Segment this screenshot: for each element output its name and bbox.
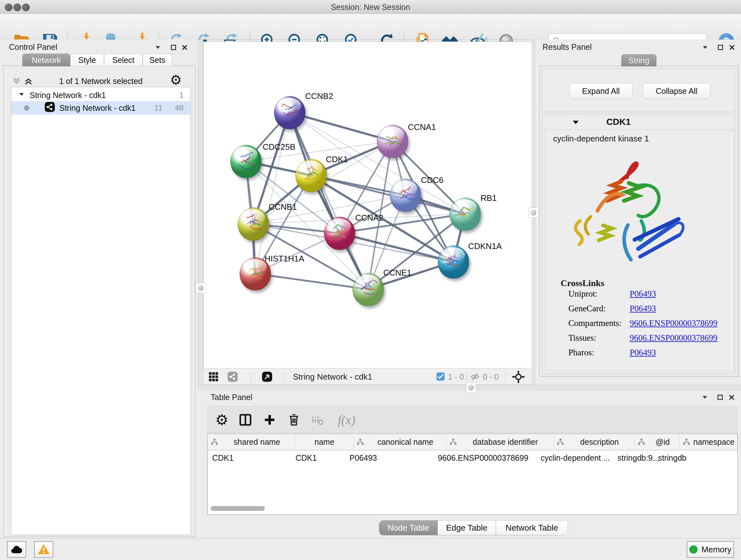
open-in-browser-icon[interactable] [261,371,273,384]
panel-float-icon[interactable] [170,44,178,52]
tab-string-results[interactable]: String [621,54,657,66]
birdseye-grid-icon[interactable] [208,371,219,384]
column-header-label: database identifier [457,437,553,447]
node-label-HIST1H1A[interactable]: HIST1H1A [265,254,304,264]
cloud-icon [10,543,23,556]
panel-float-icon[interactable] [716,393,724,401]
column-header-label: canonical name [364,437,446,447]
gene-description: cyclin-dependent kinase 1 [553,134,649,144]
network-node-RB1[interactable] [450,198,481,231]
crosslink-row: GeneCard: P06493 [545,304,732,318]
left-splitter-handle[interactable] [196,283,206,293]
node-label-CCNA2[interactable]: CCNA2 [355,213,383,223]
crosslink-row: Tissues: 9606.ENSP00000378699 [545,333,732,348]
tab-node-table[interactable]: Node Table [379,520,437,535]
panel-close-icon[interactable] [728,393,736,401]
tab-select[interactable]: Select [104,54,143,66]
gene-expander-icon[interactable] [572,119,580,128]
add-column-icon[interactable] [261,411,279,429]
tab-sets[interactable]: Sets [143,54,172,66]
node-label-CCNB2[interactable]: CCNB2 [305,91,333,101]
network-node-CDKN1A[interactable] [438,246,469,279]
column-header-description[interactable]: description [554,434,635,450]
network-row-selected[interactable]: String Network - cdk1 11 48 [11,101,191,115]
table-cell[interactable]: 9606.ENSP00000378699 [433,450,536,465]
tab-edge-table[interactable]: Edge Table [437,520,496,535]
column-header--id[interactable]: @id [635,434,680,450]
expand-all-button[interactable]: Expand All [569,83,632,99]
crosslink-value-link[interactable]: P06493 [630,289,656,299]
network-node-CCNB1[interactable] [238,207,269,241]
bottom-splitter-handle[interactable] [466,382,476,393]
collection-expander-icon[interactable] [18,91,25,100]
table-options-gear-icon[interactable]: ⚙ [213,411,231,429]
panel-menu-icon[interactable] [701,44,710,52]
delete-column-icon[interactable] [285,411,303,429]
table-cell[interactable]: stringdb [654,450,707,465]
panel-close-icon[interactable] [728,44,736,52]
protein-ribbon-thumbnail [301,166,320,183]
column-header-canonical-name[interactable]: canonical name [354,434,447,450]
network-node-CDC6[interactable] [390,179,421,212]
crosslink-value-link[interactable]: P06493 [630,304,656,314]
network-node-count: 11 [154,104,162,112]
tab-style[interactable]: Style [70,54,104,66]
network-node-CCNA1[interactable] [377,125,408,158]
table-cell[interactable]: CDK1 [291,450,345,465]
panel-menu-icon[interactable] [154,44,162,52]
node-label-CDK1[interactable]: CDK1 [326,154,348,165]
tab-network[interactable]: Network [22,54,70,66]
cloud-button[interactable] [7,541,26,558]
node-label-CCNA1[interactable]: CCNA1 [408,122,436,132]
fit-selected-crosshair-icon[interactable] [512,370,525,385]
show-columns-icon[interactable] [237,411,254,429]
table-cell[interactable]: P06493 [345,450,433,465]
crosslink-value-link[interactable]: 9606.ENSP00000378699 [630,318,718,328]
crosslink-value-link[interactable]: P06493 [630,348,656,358]
table-cell[interactable]: stringdb:9... [613,450,654,465]
network-node-CCNA2[interactable] [324,217,355,250]
column-header-database-identifier[interactable]: database identifier [447,434,554,450]
node-label-CCNB1[interactable]: CCNB1 [269,202,297,212]
column-header-namespace[interactable]: namespace [680,434,738,450]
node-label-RB1[interactable]: RB1 [481,193,497,203]
toolbar-separator [466,371,467,382]
table-row[interactable]: CDK1CDK1P064939606.ENSP00000378699cyclin… [208,450,738,465]
crosslink-row: Uniprot: P06493 [545,289,732,304]
network-node-CCNB2[interactable] [274,96,306,129]
hidden-eye-slash-icon[interactable] [470,372,480,383]
crosslink-value-link[interactable]: 9606.ENSP00000378699 [630,333,718,343]
network-options-gear-icon[interactable]: ⚙ [170,73,182,87]
network-canvas[interactable]: CCNB2CCNA1CDC25BCDK1CDC6RB1CCNB1CCNA2CDK… [203,42,532,368]
node-label-CDKN1A[interactable]: CDKN1A [468,241,502,251]
table-cell[interactable]: cyclin-dependent ... [536,450,613,465]
network-node-CDK1[interactable] [295,159,327,192]
tab-network-table[interactable]: Network Table [496,520,568,535]
network-collection-row[interactable]: String Network - cdk1 1 [11,89,191,101]
right-splitter-handle[interactable] [529,207,539,218]
selected-count: 1 - 0 [448,372,464,381]
network-node-CDC25B[interactable] [230,145,262,178]
selected-checkbox-icon[interactable] [436,372,445,382]
gene-panel-scrollbar[interactable] [730,131,733,372]
node-label-CDC25B[interactable]: CDC25B [263,142,295,152]
crosslink-label: Pharos: [568,348,594,358]
panel-menu-icon[interactable] [701,393,709,401]
network-edge[interactable] [255,273,368,289]
protein-ribbon-thumbnail [383,132,402,149]
collection-label: String Network - cdk1 [30,91,106,100]
memory-button[interactable]: Memory [687,541,734,558]
panel-float-icon[interactable] [717,44,725,52]
panel-close-icon[interactable] [181,44,189,52]
warning-button[interactable] [34,541,53,558]
table-horizontal-scrollbar[interactable] [211,506,265,511]
table-cell[interactable]: CDK1 [208,450,291,465]
network-node-CCNE1[interactable] [353,273,384,306]
column-header-shared-name[interactable]: shared name [208,434,295,450]
collapse-all-button[interactable]: Collapse All [643,83,711,99]
column-header-name[interactable]: name [295,434,354,450]
node-label-CDC6[interactable]: CDC6 [421,175,444,185]
node-label-CCNE1[interactable]: CCNE1 [383,268,411,278]
network-share-icon[interactable] [227,371,239,384]
network-edge[interactable] [255,112,289,273]
